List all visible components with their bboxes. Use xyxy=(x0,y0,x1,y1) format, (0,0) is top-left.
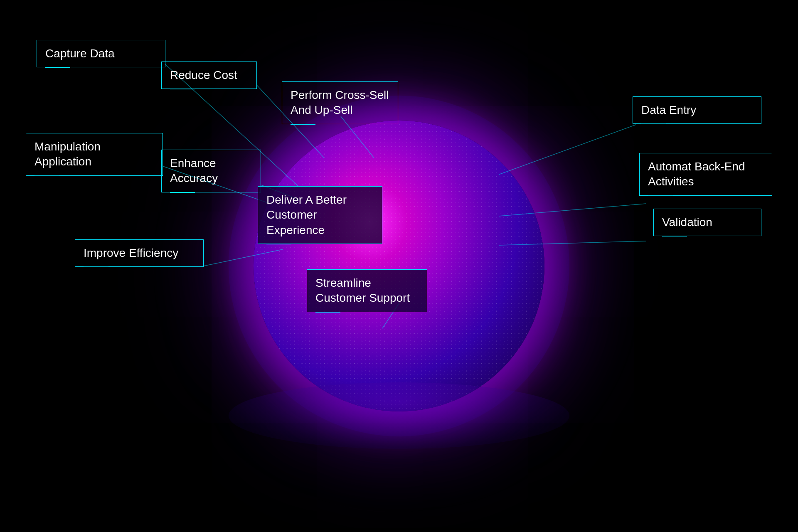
validation-box: Validation xyxy=(653,209,761,236)
automat-backend-label: Automat Back-End Activities xyxy=(648,160,745,188)
data-entry-label: Data Entry xyxy=(641,103,696,116)
perform-cross-sell-label: Perform Cross-Sell And Up-Sell xyxy=(291,89,389,116)
capture-data-label: Capture Data xyxy=(45,47,115,60)
automat-backend-box: Automat Back-End Activities xyxy=(639,153,772,196)
enhance-accuracy-label: Enhance Accuracy xyxy=(170,157,218,185)
improve-efficiency-box: Improve Efficiency xyxy=(75,239,204,267)
improve-efficiency-label: Improve Efficiency xyxy=(84,246,178,259)
orb-sphere xyxy=(254,121,544,411)
reduce-cost-label: Reduce Cost xyxy=(170,69,237,81)
manipulation-app-label: Manipulation Application xyxy=(34,140,101,168)
enhance-accuracy-box: Enhance Accuracy xyxy=(161,150,261,192)
orb-disc xyxy=(229,382,569,449)
reduce-cost-box: Reduce Cost xyxy=(161,62,257,89)
capture-data-box: Capture Data xyxy=(37,40,165,67)
manipulation-app-box: Manipulation Application xyxy=(26,133,163,176)
data-entry-box: Data Entry xyxy=(633,96,761,124)
streamline-box: Streamline Customer Support xyxy=(307,269,427,312)
streamline-label: Streamline Customer Support xyxy=(315,276,410,304)
central-orb xyxy=(229,96,569,436)
perform-cross-sell-box: Perform Cross-Sell And Up-Sell xyxy=(282,81,398,124)
deliver-customer-box: Deliver A Better Customer Experience xyxy=(258,186,382,244)
deliver-customer-label: Deliver A Better Customer Experience xyxy=(266,193,347,236)
validation-label: Validation xyxy=(662,216,712,229)
